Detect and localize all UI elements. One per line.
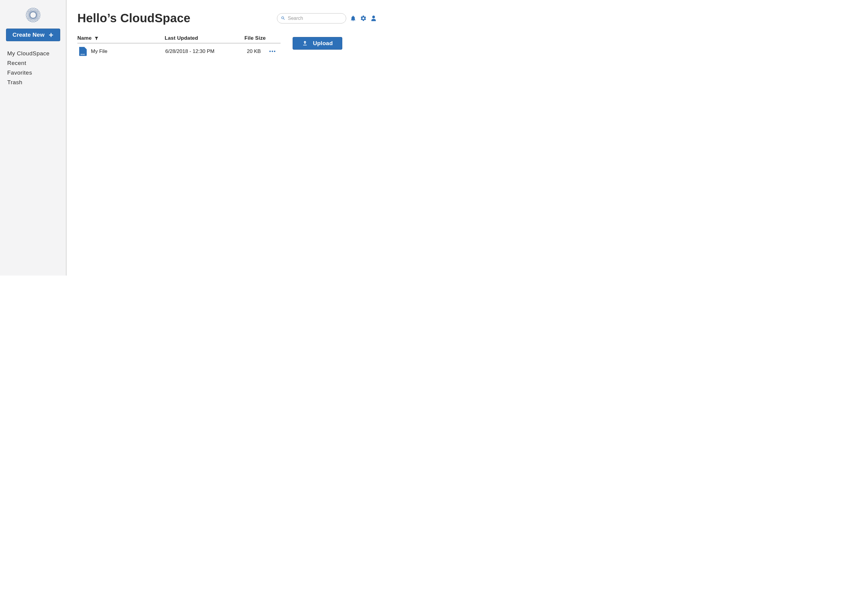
column-header-file-size[interactable]: File Size xyxy=(244,35,281,41)
sidebar-item-favorites[interactable]: Favorites xyxy=(7,68,60,78)
column-label: File Size xyxy=(244,35,266,41)
file-icon-type: DOC xyxy=(79,53,87,55)
table-header: Name Last Updated File Size xyxy=(77,35,281,43)
sidebar-nav: My CloudSpace Recent Favorites Trash xyxy=(5,49,60,87)
bell-icon[interactable] xyxy=(350,15,356,22)
upload-icon xyxy=(302,40,308,46)
sidebar-item-label: Recent xyxy=(7,60,26,66)
app-logo xyxy=(24,6,42,24)
sidebar-item-trash[interactable]: Trash xyxy=(7,78,60,87)
sidebar-item-label: Trash xyxy=(7,79,22,85)
svg-point-5 xyxy=(28,8,37,23)
upload-button[interactable]: Upload xyxy=(293,37,342,50)
sidebar-item-label: Favorites xyxy=(7,69,32,76)
table-row[interactable]: DOC My File 6/28/2018 - 12:30 PM 20 KB •… xyxy=(77,43,281,56)
user-icon[interactable] xyxy=(370,15,377,22)
create-new-label: Create New xyxy=(13,31,45,38)
column-label: Name xyxy=(77,35,92,41)
sidebar-item-my-cloudspace[interactable]: My CloudSpace xyxy=(7,49,60,58)
file-name: My File xyxy=(91,49,107,55)
upload-label: Upload xyxy=(313,40,333,47)
svg-point-0 xyxy=(26,12,40,18)
column-header-name[interactable]: Name xyxy=(77,35,165,41)
header: Hello’s CloudSpace xyxy=(77,11,377,25)
main-content: Hello’s CloudSpace Name xyxy=(66,0,388,275)
column-label: Last Updated xyxy=(165,35,198,41)
file-last-updated: 6/28/2018 - 12:30 PM xyxy=(165,49,244,55)
search-icon xyxy=(281,16,285,20)
header-actions xyxy=(277,13,377,24)
file-table: Name Last Updated File Size DOC xyxy=(77,35,281,56)
filter-icon[interactable] xyxy=(94,36,99,41)
gear-icon[interactable] xyxy=(360,15,367,22)
search-input[interactable] xyxy=(288,16,342,21)
create-new-button[interactable]: Create New + xyxy=(6,28,60,41)
column-header-last-updated[interactable]: Last Updated xyxy=(165,35,244,41)
file-size: 20 KB xyxy=(247,49,261,55)
sidebar: Create New + My CloudSpace Recent Favori… xyxy=(0,0,66,275)
plus-icon: + xyxy=(49,31,53,39)
content-row: Name Last Updated File Size DOC xyxy=(77,35,377,56)
file-doc-icon: DOC xyxy=(79,47,87,56)
page-title: Hello’s CloudSpace xyxy=(77,11,191,25)
sidebar-item-label: My CloudSpace xyxy=(7,50,50,57)
sidebar-item-recent[interactable]: Recent xyxy=(7,58,60,68)
search-box[interactable] xyxy=(277,13,346,24)
